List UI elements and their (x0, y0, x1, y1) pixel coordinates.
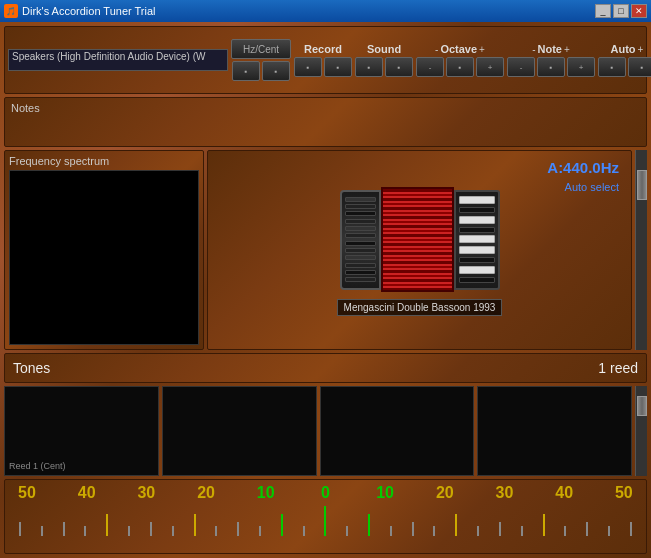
right-key-black (459, 207, 495, 213)
app-icon: 🎵 (4, 4, 18, 18)
meter-num-10r: 10 (373, 484, 397, 502)
meter-tick (172, 526, 174, 536)
meter-tick (630, 522, 632, 536)
meter-tick (63, 522, 65, 536)
reed-panel-3 (320, 386, 475, 476)
notes-label: Notes (11, 102, 40, 114)
record-btn2[interactable]: ▪ (324, 57, 352, 77)
record-label: Record (304, 43, 342, 55)
meter-bars (11, 506, 640, 536)
auto-section: Auto + ▪ ▪ (598, 43, 651, 77)
accordion-bellows (381, 187, 454, 292)
auto-plus-btn[interactable]: ▪ (628, 57, 651, 77)
sound-btn1[interactable]: ▪ (355, 57, 383, 77)
titlebar-controls: _ □ ✕ (595, 4, 647, 18)
meter-tick (499, 522, 501, 536)
meter-tick-yellow (455, 514, 457, 536)
meter-tick-green (368, 514, 370, 536)
minimize-button[interactable]: _ (595, 4, 611, 18)
note-minus-label: - (532, 44, 535, 55)
octave-minus-btn[interactable]: - (416, 57, 444, 77)
reed-count-label: 1 reed (598, 360, 638, 376)
octave-label: Octave (440, 43, 477, 55)
titlebar-left: 🎵 Dirk's Accordion Tuner Trial (4, 4, 156, 18)
note-minus-btn[interactable]: - (507, 57, 535, 77)
accordion-name: Mengascini Double Bassoon 1993 (337, 299, 503, 316)
sound-section: Sound ▪ ▪ (355, 43, 413, 77)
meter-numbers: 50 40 30 20 10 0 10 20 30 40 50 (11, 484, 640, 502)
acc-key (345, 233, 376, 238)
hz-cent-btn2[interactable]: ▪ (262, 61, 290, 81)
sound-btn2[interactable]: ▪ (385, 57, 413, 77)
toolbar: Speakers (High Definition Audio Device) … (4, 26, 647, 94)
meter-tick (84, 526, 86, 536)
meter-tick (237, 522, 239, 536)
meter-tick (564, 526, 566, 536)
meter-num-40r: 40 (552, 484, 576, 502)
meter-num-50l: 50 (15, 484, 39, 502)
auto-btn[interactable]: ▪ (598, 57, 626, 77)
maximize-button[interactable]: □ (613, 4, 629, 18)
close-button[interactable]: ✕ (631, 4, 647, 18)
meter-num-20l: 20 (194, 484, 218, 502)
acc-key (345, 270, 376, 275)
middle-scrollbar-thumb[interactable] (637, 170, 647, 200)
accordion-panel: A:440.0Hz Auto select (207, 150, 632, 350)
reed-scrollbar[interactable] (635, 386, 647, 476)
reed-panel-1: Reed 1 (Cent) (4, 386, 159, 476)
acc-key (345, 263, 376, 268)
right-key-white (459, 266, 495, 274)
reed-scrollbar-thumb[interactable] (637, 396, 647, 416)
note-btn[interactable]: ▪ (537, 57, 565, 77)
meter-tick (19, 522, 21, 536)
hz-display: A:440.0Hz (547, 159, 619, 176)
meter-tick (586, 522, 588, 536)
record-btn[interactable]: ▪ (294, 57, 322, 77)
meter-tick (215, 526, 217, 536)
acc-key (345, 241, 376, 246)
frequency-label: Frequency spectrum (9, 155, 199, 167)
right-key-white (459, 196, 495, 204)
hz-cent-btn1[interactable]: ▪ (232, 61, 260, 81)
right-key-white (459, 216, 495, 224)
hz-cent-button[interactable]: Hz/Cent (231, 39, 291, 59)
meter-tick-yellow (543, 514, 545, 536)
right-key-black (459, 277, 495, 283)
titlebar-title: Dirk's Accordion Tuner Trial (22, 5, 156, 17)
meter-tick (412, 522, 414, 536)
main-container: Speakers (High Definition Audio Device) … (0, 22, 651, 558)
note-plus-btn[interactable]: + (567, 57, 595, 77)
acc-key (345, 255, 376, 260)
acc-key (345, 248, 376, 253)
titlebar: 🎵 Dirk's Accordion Tuner Trial _ □ ✕ (0, 0, 651, 22)
right-key-white (459, 246, 495, 254)
meter-num-40l: 40 (75, 484, 99, 502)
acc-key (345, 211, 376, 216)
meter-tick (608, 526, 610, 536)
acc-key (345, 226, 376, 231)
acc-key (345, 277, 376, 282)
meter-num-10l: 10 (254, 484, 278, 502)
meter-tick (521, 526, 523, 536)
note-section: - Note + - ▪ + (507, 43, 595, 77)
octave-section: - Octave + - ▪ + (416, 43, 504, 77)
record-section: Record ▪ ▪ (294, 43, 352, 77)
accordion-right-keys (454, 190, 500, 290)
meter-num-30l: 30 (134, 484, 158, 502)
accordion-illustration (340, 185, 500, 295)
device-select[interactable]: Speakers (High Definition Audio Device) … (8, 49, 228, 71)
notes-panel: Notes (4, 97, 647, 147)
octave-plus-btn[interactable]: + (476, 57, 504, 77)
middle-scrollbar[interactable] (635, 150, 647, 350)
octave-btn[interactable]: ▪ (446, 57, 474, 77)
meter-num-30r: 30 (493, 484, 517, 502)
meter-tick (477, 526, 479, 536)
meter-tick-yellow (194, 514, 196, 536)
acc-key (345, 204, 376, 209)
auto-label: Auto (611, 43, 636, 55)
reed-panel-2 (162, 386, 317, 476)
meter-tick (346, 526, 348, 536)
tuning-meter: 50 40 30 20 10 0 10 20 30 40 50 (4, 479, 647, 554)
meter-tick (150, 522, 152, 536)
right-key-black (459, 257, 495, 263)
